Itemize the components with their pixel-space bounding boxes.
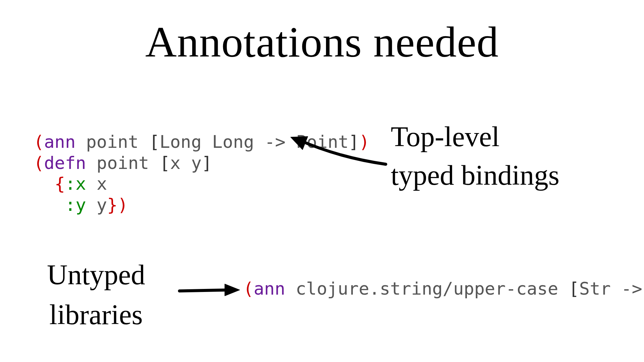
arg-type: Str [579, 279, 621, 299]
label-line: typed bindings [391, 156, 559, 194]
space [285, 279, 296, 299]
val-x: x [97, 174, 107, 194]
label-top-level-bindings: Top-level typed bindings [391, 117, 559, 194]
bracket-open: [ [149, 132, 159, 152]
bracket-open: [ [569, 279, 579, 299]
svg-marker-0 [290, 136, 308, 150]
args: x y [170, 153, 202, 173]
bracket-open: [ [160, 153, 170, 173]
label-line: Untyped [47, 255, 145, 295]
keyword-ann: ann [254, 279, 285, 299]
brace-close: } [107, 195, 117, 215]
svg-marker-2 [225, 284, 240, 296]
paren-open: ( [34, 132, 44, 152]
return-type: Str [642, 279, 644, 299]
space [139, 132, 149, 152]
ident-point: point [86, 132, 139, 152]
svg-line-1 [179, 290, 230, 291]
indent [34, 174, 55, 194]
keyword-y: :y [65, 195, 86, 215]
paren-open: ( [34, 153, 44, 173]
arrow-token: -> [621, 279, 642, 299]
space [75, 132, 86, 152]
label-untyped-libraries: Untyped libraries [47, 255, 145, 335]
bracket-close: ] [202, 153, 212, 173]
arrow-token: -> [265, 132, 286, 152]
label-line: libraries [47, 295, 145, 335]
val-y: y [97, 195, 107, 215]
arrow-top-level [288, 132, 389, 169]
keyword-defn: defn [44, 153, 86, 173]
keyword-x: :x [65, 174, 86, 194]
arrow-untyped [178, 282, 241, 298]
space [86, 153, 97, 173]
paren-close: ) [117, 195, 128, 215]
slide-title: Annotations needed [0, 17, 644, 67]
slide: Annotations needed (ann point [Long Long… [0, 0, 644, 362]
space [558, 279, 569, 299]
brace-open: { [55, 174, 65, 194]
space [149, 153, 159, 173]
ident-point: point [97, 153, 149, 173]
ident-uppercase: clojure.string/upper-case [296, 279, 558, 299]
indent [34, 195, 65, 215]
space [86, 195, 97, 215]
label-line: Top-level [391, 117, 559, 156]
space [86, 174, 97, 194]
keyword-ann: ann [44, 132, 75, 152]
types: Long Long [160, 132, 265, 152]
paren-open: ( [243, 279, 254, 299]
code-block-uppercase: (ann clojure.string/upper-case [Str -> S… [243, 278, 644, 299]
